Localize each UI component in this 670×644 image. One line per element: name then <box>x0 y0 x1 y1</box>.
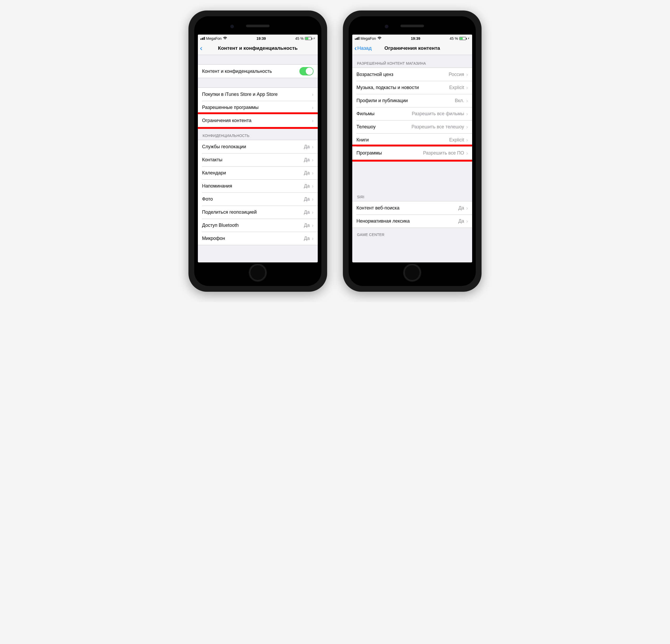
carrier-label: MegaFon <box>361 36 376 41</box>
status-bar: MegaFon 19:39 45 % ⚡︎ <box>352 35 472 41</box>
cell-label: Контент и конфиденциальность <box>202 69 299 74</box>
cell-label: Поделиться геопозицией <box>202 210 304 215</box>
back-button[interactable]: ‹ <box>200 41 202 55</box>
cell-label: Музыка, подкасты и новости <box>357 85 449 90</box>
chevron-right-icon: › <box>466 84 468 91</box>
signal-icon <box>200 37 205 40</box>
content-privacy-toggle-row[interactable]: Контент и конфиденциальность <box>198 65 318 78</box>
chevron-left-icon: ‹ <box>354 47 357 50</box>
cell-label: Профили и публикации <box>357 98 455 103</box>
home-button[interactable] <box>403 263 421 282</box>
privacy-header: КОНФИДЕНЦИАЛЬНОСТЬ <box>198 127 318 140</box>
wifi-icon <box>223 36 227 41</box>
cell-label: Покупки в iTunes Store и App Store <box>202 92 312 97</box>
phone-sensors <box>400 25 424 27</box>
chevron-right-icon: › <box>466 98 468 104</box>
status-bar: MegaFon 19:39 45 % ⚡︎ <box>198 35 318 41</box>
phone-left: MegaFon 19:39 45 % ⚡︎ ‹ Контент и конфид… <box>188 11 327 292</box>
cell-value: Да <box>304 144 310 149</box>
toggle-switch-on[interactable] <box>299 67 313 76</box>
movies-row[interactable]: Фильмы Разрешить все фильмы › <box>352 107 472 120</box>
cell-label: Программы <box>357 150 423 156</box>
cell-value: Разрешить все ПО <box>423 150 464 156</box>
chevron-right-icon: › <box>466 71 468 78</box>
cell-label: Ограничения контента <box>202 118 312 123</box>
store-header: РАЗРЕШЕННЫЙ КОНТЕНТ МАГАЗИНА <box>352 55 472 68</box>
cell-value: Да <box>304 223 310 228</box>
web-search-content-row[interactable]: Контент веб-поиска Да › <box>352 201 472 214</box>
page-title: Контент и конфиденциальность <box>205 45 311 51</box>
cell-label: Доступ Bluetooth <box>202 223 304 228</box>
cell-label: Фото <box>202 196 304 202</box>
reminders-row[interactable]: Напоминания Да › <box>198 180 318 193</box>
cell-value: Разрешить все телешоу <box>412 124 464 130</box>
chevron-right-icon: › <box>466 111 468 117</box>
tvshows-row[interactable]: Телешоу Разрешить все телешоу › <box>352 120 472 133</box>
battery-icon <box>305 37 312 40</box>
screen-right: MegaFon 19:39 45 % ⚡︎ ‹ Назад Ограниче <box>352 35 472 262</box>
battery-pct: 45 % <box>450 36 458 41</box>
cell-label: Телешоу <box>357 124 412 130</box>
content-area[interactable]: Контент и конфиденциальность Покупки в i… <box>198 55 318 262</box>
gamecenter-header: GAME CENTER <box>352 228 472 239</box>
cell-value: Да <box>304 170 310 176</box>
bluetooth-row[interactable]: Доступ Bluetooth Да › <box>198 219 318 232</box>
cell-value: Да <box>458 219 464 224</box>
content-restrictions-row[interactable]: Ограничения контента › <box>198 114 318 127</box>
chevron-right-icon: › <box>466 137 468 143</box>
cell-value: Россия <box>448 72 464 77</box>
books-row[interactable]: Книги Explicit › <box>352 133 472 146</box>
profiles-row[interactable]: Профили и публикации Вкл. › <box>352 94 472 107</box>
phone-right: MegaFon 19:39 45 % ⚡︎ ‹ Назад Ограниче <box>343 11 482 292</box>
apps-row[interactable]: Программы Разрешить все ПО › <box>352 146 472 159</box>
cell-label: Книги <box>357 137 449 143</box>
chevron-right-icon: › <box>312 91 313 97</box>
charging-icon: ⚡︎ <box>467 37 470 40</box>
home-button[interactable] <box>249 263 267 282</box>
cell-label: Разрешенные программы <box>202 105 312 110</box>
cell-value: Explicit <box>449 137 464 143</box>
cell-label: Возрастной ценз <box>357 72 448 77</box>
back-label: Назад <box>357 45 371 51</box>
chevron-left-icon: ‹ <box>200 47 202 50</box>
camera-dot <box>230 25 234 28</box>
explicit-language-row[interactable]: Ненормативная лексика Да › <box>352 214 472 227</box>
cell-label: Контакты <box>202 157 304 163</box>
cell-label: Календари <box>202 170 304 176</box>
cell-label: Ненормативная лексика <box>357 219 458 224</box>
location-services-row[interactable]: Службы геолокации Да › <box>198 140 318 153</box>
chevron-right-icon: › <box>312 222 313 228</box>
cell-value: Да <box>304 196 310 202</box>
signal-icon <box>355 37 359 40</box>
cell-label: Службы геолокации <box>202 144 304 149</box>
back-button[interactable]: ‹ Назад <box>354 41 372 55</box>
carrier-label: MegaFon <box>206 36 222 41</box>
content-area[interactable]: РАЗРЕШЕННЫЙ КОНТЕНТ МАГАЗИНА Возрастной … <box>352 55 472 262</box>
chevron-right-icon: › <box>466 218 468 224</box>
age-rating-row[interactable]: Возрастной ценз Россия › <box>352 68 472 81</box>
photos-row[interactable]: Фото Да › <box>198 193 318 206</box>
battery-pct: 45 % <box>295 36 304 41</box>
chevron-right-icon: › <box>312 157 313 163</box>
chevron-right-icon: › <box>312 144 313 150</box>
cell-label: Контент веб-поиска <box>357 205 458 211</box>
screen-left: MegaFon 19:39 45 % ⚡︎ ‹ Контент и конфид… <box>198 35 318 262</box>
wifi-icon <box>377 36 381 41</box>
charging-icon: ⚡︎ <box>313 37 315 40</box>
chevron-right-icon: › <box>312 183 313 189</box>
cell-value: Разрешить все фильмы <box>412 111 464 117</box>
music-podcasts-row[interactable]: Музыка, подкасты и новости Explicit › <box>352 81 472 94</box>
chevron-right-icon: › <box>312 196 313 202</box>
chevron-right-icon: › <box>466 124 468 130</box>
microphone-row[interactable]: Микрофон Да › <box>198 232 318 245</box>
contacts-row[interactable]: Контакты Да › <box>198 153 318 166</box>
allowed-apps-row[interactable]: Разрешенные программы › <box>198 101 318 114</box>
cell-value: Да <box>304 210 310 215</box>
cell-value: Вкл. <box>455 98 464 103</box>
itunes-appstore-row[interactable]: Покупки в iTunes Store и App Store › <box>198 88 318 101</box>
share-location-row[interactable]: Поделиться геопозицией Да › <box>198 206 318 219</box>
cell-label: Напоминания <box>202 183 304 189</box>
calendars-row[interactable]: Календари Да › <box>198 166 318 180</box>
siri-header: SIRI <box>352 191 472 201</box>
cell-value: Да <box>458 205 464 211</box>
